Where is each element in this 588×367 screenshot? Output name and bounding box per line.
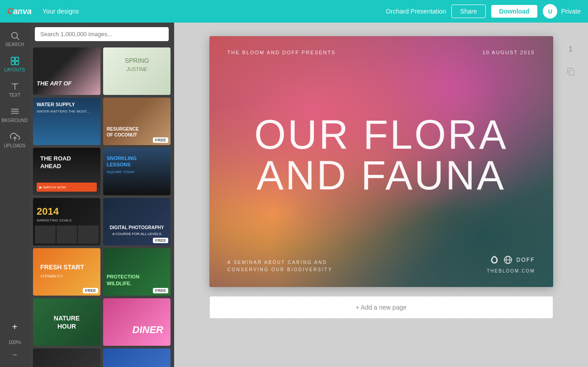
- template-item[interactable]: Diner: [103, 298, 171, 346]
- zoom-minus-button[interactable]: −: [12, 347, 17, 363]
- your-designs-link[interactable]: Your designs: [43, 8, 79, 15]
- brand-name: DOFF: [517, 257, 535, 263]
- sidebar-item-uploads[interactable]: UPLOADS: [0, 127, 29, 153]
- topnav: Canva Your designs Orchard Presentation …: [0, 0, 588, 23]
- svg-line-1: [17, 38, 19, 40]
- template-item[interactable]: SNORKLINGLESSONSinquire today: [103, 148, 171, 195]
- template-item[interactable]: THE ROADAHEAD ▶ WATCH NOW: [33, 148, 100, 195]
- search-input[interactable]: [35, 27, 169, 41]
- slide-content: THE BLOOM AND DOFF PRESENTS 10 AUGUST 20…: [209, 36, 553, 287]
- slide-footer: DOFF: [489, 255, 535, 265]
- template-item[interactable]: DIGITAL PHOTOGRAPHYA COURSE FOR ALL LEVE…: [103, 198, 171, 245]
- zoom-level[interactable]: 100%: [8, 338, 21, 347]
- duplicate-icon[interactable]: [566, 67, 576, 79]
- page-number: 1: [569, 45, 573, 53]
- zoom-add-button[interactable]: +: [0, 318, 29, 336]
- template-item[interactable]: SPRINGjustine: [103, 47, 171, 95]
- search-box: [29, 23, 174, 46]
- globe-icon: [503, 255, 513, 265]
- svg-point-0: [11, 33, 17, 38]
- slide-title-text: OUR FLORA AND FAUNA: [254, 114, 508, 196]
- template-item[interactable]: NEW YORK: [103, 348, 171, 367]
- slide-presenter: THE BLOOM AND DOFF PRESENTS: [228, 50, 336, 55]
- slide-website: THEBLOOM.COM: [487, 268, 535, 273]
- svg-rect-15: [569, 70, 574, 75]
- template-item[interactable]: The Art of: [33, 47, 100, 95]
- slide-footer-icons: DOFF: [489, 255, 535, 265]
- slide-subtitle: A SEMINAR ABOUT CARING AND CONSERVING OU…: [228, 259, 332, 273]
- sidebar-item-text[interactable]: TEXT: [0, 77, 29, 102]
- share-button[interactable]: Share: [451, 5, 485, 18]
- template-item[interactable]: RESURGENCEOF COCONUT FREE: [103, 98, 171, 145]
- avatar: U: [543, 4, 557, 19]
- privacy-toggle[interactable]: U Private: [543, 4, 581, 19]
- slide-bottom: A SEMINAR ABOUT CARING AND CONSERVING OU…: [228, 255, 535, 273]
- template-item[interactable]: FRESH STARTVitamin C+ FREE: [33, 248, 100, 296]
- add-page-button[interactable]: + Add a new page: [209, 296, 553, 319]
- leaf-icon: [489, 255, 499, 265]
- svg-rect-5: [15, 61, 18, 65]
- privacy-label: Private: [561, 8, 581, 15]
- canva-logo: Canva: [7, 7, 32, 16]
- download-button[interactable]: Download: [491, 5, 538, 18]
- slide-top: THE BLOOM AND DOFF PRESENTS 10 AUGUST 20…: [228, 50, 535, 55]
- panel-sidebar: The Art of SPRINGjustine WATER SUPPLYWat…: [29, 23, 174, 367]
- sidebar-item-background[interactable]: BKGROUND: [0, 102, 29, 127]
- svg-rect-4: [11, 61, 14, 65]
- slide-right-panel: 1: [566, 36, 576, 79]
- svg-rect-3: [15, 57, 18, 61]
- slide[interactable]: THE BLOOM AND DOFF PRESENTS 10 AUGUST 20…: [209, 36, 553, 287]
- slide-date: 10 AUGUST 2015: [483, 50, 535, 55]
- templates-grid: The Art of SPRINGjustine WATER SUPPLYWat…: [29, 46, 174, 367]
- svg-rect-2: [11, 57, 14, 61]
- main-content: SEARCH LAYOUTS TEXT BKGROUND: [0, 23, 588, 367]
- topnav-right: Orchard Presentation Share Download U Pr…: [386, 4, 581, 19]
- template-item[interactable]: 2014 MARKETING GOALS: [33, 198, 100, 245]
- template-item[interactable]: PROTECTIONWILDLIFE. FREE: [103, 248, 171, 296]
- icon-sidebar: SEARCH LAYOUTS TEXT BKGROUND: [0, 23, 29, 367]
- canvas-area: THE BLOOM AND DOFF PRESENTS 10 AUGUST 20…: [174, 23, 588, 367]
- slide-title-area: OUR FLORA AND FAUNA: [228, 55, 535, 255]
- project-name[interactable]: Orchard Presentation: [386, 8, 446, 15]
- slide-container: THE BLOOM AND DOFF PRESENTS 10 AUGUST 20…: [209, 36, 553, 287]
- sidebar-item-layouts[interactable]: LAYOUTS: [0, 52, 29, 77]
- sidebar-item-search[interactable]: SEARCH: [0, 26, 29, 52]
- template-item[interactable]: BUSINESS: [33, 348, 100, 367]
- template-item[interactable]: WATER SUPPLYWater matters the most...: [33, 98, 100, 145]
- template-item[interactable]: NATUREHOUR: [33, 298, 100, 346]
